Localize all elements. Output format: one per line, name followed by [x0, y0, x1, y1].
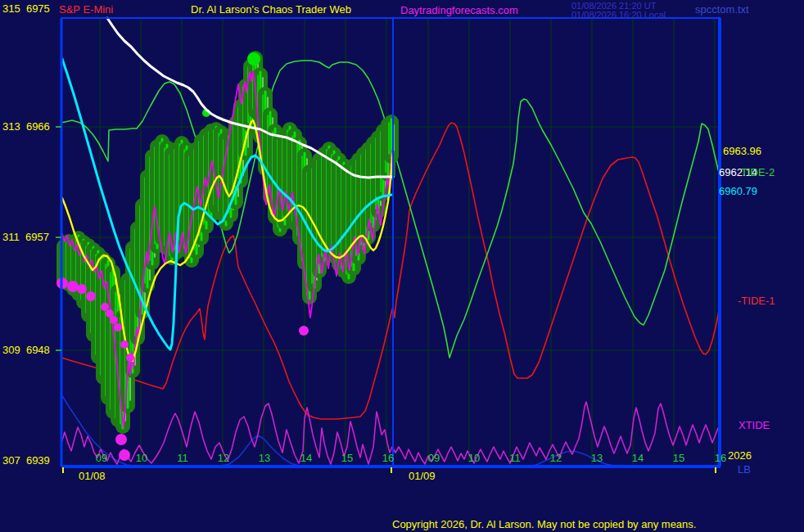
- tide2-label: TIDE-2: [741, 166, 775, 178]
- hour-label-day2: 15: [673, 452, 684, 464]
- tide1-label: -TIDE-1: [738, 295, 775, 307]
- lb-label: LB: [738, 463, 751, 476]
- symbol-label: S&P E-Mini: [59, 3, 113, 16]
- timestamp-local: 01/08/2026 16:20 Local: [571, 10, 666, 20]
- y-axis-label: 309 6948: [2, 344, 50, 356]
- chaos-trader-chart-page: S&P E-Mini Dr. Al Larson's Chaos Trader …: [0, 0, 804, 532]
- hour-label-day2: 12: [550, 452, 562, 464]
- y-axis-label: 311 6957: [2, 231, 49, 243]
- hour-label-day1: 14: [300, 452, 312, 464]
- page-title: Dr. Al Larson's Chaos Trader Web: [191, 3, 351, 16]
- hour-label-day1: 16: [382, 452, 394, 464]
- hour-label-day1: 09: [96, 452, 107, 464]
- date-label-day1: 01/08: [79, 470, 106, 482]
- hour-label-day2: 13: [591, 452, 603, 464]
- hour-label-day2: 16: [715, 452, 726, 464]
- y-axis-label: 315 6975: [2, 2, 50, 15]
- cyan-last-value: 6960.79: [719, 185, 757, 197]
- hour-label-day1: 13: [259, 452, 270, 464]
- hour-label-day1: 15: [341, 452, 353, 464]
- y-axis-label: 313 6966: [2, 120, 50, 133]
- hour-label-day2: 10: [468, 452, 480, 464]
- data-filename: spcctom.txt: [695, 3, 749, 16]
- date-label-day2: 01/09: [409, 470, 436, 482]
- hour-label-day2: 14: [632, 452, 644, 464]
- copyright-notice: Copyright 2026, Dr. Al Larson. May not b…: [392, 518, 696, 530]
- ma-last-value: 6963.96: [723, 145, 761, 157]
- xtide-label: XTIDE: [739, 419, 770, 431]
- hour-label-day2: 11: [509, 452, 521, 464]
- year-label: 2026: [728, 449, 752, 462]
- site-link: Daytradingforecasts.com: [400, 4, 518, 16]
- hour-label-day1: 10: [136, 452, 147, 464]
- hour-label-day1: 11: [177, 452, 188, 464]
- hour-label-day2: 09: [428, 452, 440, 464]
- y-axis-label: 307 6939: [2, 454, 50, 467]
- hour-label-day1: 12: [218, 452, 229, 464]
